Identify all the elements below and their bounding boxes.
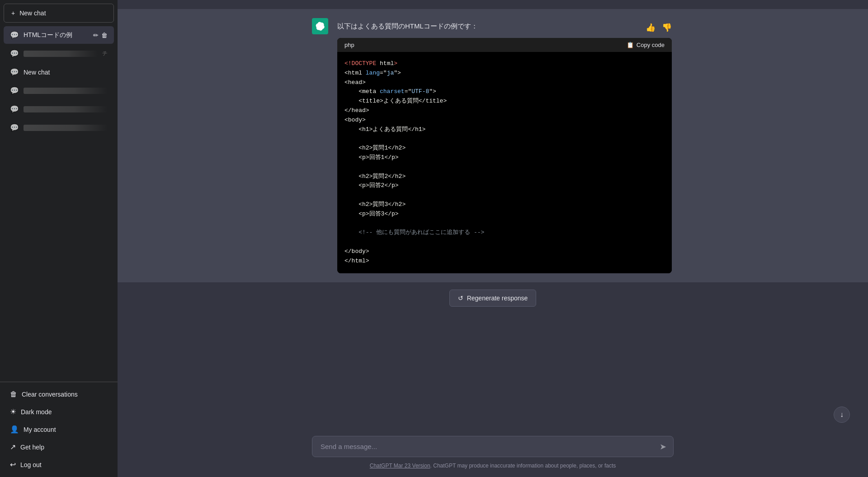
code-line: </head> (344, 106, 665, 116)
assistant-body: 以下はよくある質問のHTMLコードの例です： 👍 👎 php (337, 18, 674, 273)
code-line: <h2>質問3</h2> (344, 200, 665, 210)
code-line (344, 191, 665, 200)
chat-label: HTMLコードの例 (24, 31, 89, 39)
sidebar-item-new-chat[interactable]: 💬 New chat (4, 63, 114, 81)
code-line: <body> (344, 116, 665, 125)
sidebar-item-blurred-1[interactable]: 💬 チ (4, 45, 114, 62)
copy-code-button[interactable]: 📋 Copy code (627, 42, 665, 48)
code-line: </body> (344, 247, 665, 257)
chat-icon: 💬 (10, 68, 19, 76)
code-line: <!-- 他にも質問があればここに追加する --> (344, 228, 665, 238)
edit-icon[interactable]: ✏ (93, 32, 99, 39)
code-line: <h2>質問1</h2> (344, 144, 665, 153)
blurred-suffix: チ (102, 50, 108, 57)
chat-icon: 💬 (10, 105, 19, 113)
log-out-label: Log out (20, 461, 42, 468)
dark-mode-label: Dark mode (21, 408, 52, 416)
sidebar-top: + New chat 💬 HTMLコードの例 ✏ 🗑 💬 チ 💬 (0, 0, 118, 382)
sidebar-item-blurred-3[interactable]: 💬 (4, 100, 114, 118)
scroll-to-bottom-button[interactable]: ↓ (834, 407, 850, 423)
blurred-chat-label (24, 88, 108, 94)
chat-icon: 💬 (10, 123, 19, 132)
logout-icon: ↩ (10, 460, 16, 469)
chat-icon: 💬 (10, 31, 19, 39)
delete-icon[interactable]: 🗑 (101, 32, 108, 39)
regenerate-label: Regenerate response (467, 295, 528, 302)
thumbs-up-button[interactable]: 👍 (644, 21, 657, 34)
main-wrapper: 以下はよくある質問のHTMLコードの例です： 👍 👎 php (118, 0, 868, 477)
dark-mode-button[interactable]: ☀ Dark mode (4, 403, 114, 421)
blurred-chat-label (24, 51, 98, 57)
assistant-heading: 以下はよくある質問のHTMLコードの例です： (337, 18, 478, 32)
chat-list: 💬 HTMLコードの例 ✏ 🗑 💬 チ 💬 New chat 💬 (4, 26, 114, 136)
code-line: </html> (344, 257, 665, 266)
chevron-down-icon: ↓ (840, 411, 844, 419)
copy-icon: 📋 (627, 42, 634, 48)
sidebar-item-blurred-2[interactable]: 💬 (4, 82, 114, 99)
code-line: <p>回答3</p> (344, 210, 665, 219)
gpt-logo-icon (316, 22, 325, 31)
code-line: <html lang="ja"> (344, 69, 665, 78)
footer-suffix: . ChatGPT may produce inaccurate informa… (430, 463, 616, 469)
code-line (344, 134, 665, 144)
code-line: <head> (344, 78, 665, 88)
code-content: <!DOCTYPE html> <html lang="ja"> <head> … (337, 52, 672, 273)
new-chat-button[interactable]: + New chat (4, 4, 114, 23)
send-icon: ➤ (660, 442, 666, 451)
main-panel: 以下はよくある質問のHTMLコードの例です： 👍 👎 php (118, 0, 868, 477)
code-line (344, 238, 665, 247)
sidebar-item-html-code[interactable]: 💬 HTMLコードの例 ✏ 🗑 (4, 26, 114, 44)
chat-icon: 💬 (10, 49, 19, 58)
plus-icon: + (11, 9, 15, 17)
clear-conversations-button[interactable]: 🗑 Clear conversations (4, 386, 114, 403)
my-account-label: My account (24, 426, 56, 433)
version-link[interactable]: ChatGPT Mar 23 Version (370, 463, 430, 469)
code-line: <p>回答1</p> (344, 153, 665, 163)
code-block-header: php 📋 Copy code (337, 38, 672, 52)
code-block: php 📋 Copy code <!DOCTYPE html> <html la… (337, 38, 672, 273)
chat-label: New chat (24, 69, 108, 76)
code-line (344, 163, 665, 172)
regenerate-area: ↺ Regenerate response (118, 282, 868, 319)
regenerate-button[interactable]: ↺ Regenerate response (449, 290, 537, 307)
code-line: <title>よくある質問</title> (344, 97, 665, 106)
assistant-inner: 以下はよくある質問のHTMLコードの例です： 👍 👎 php (312, 18, 674, 273)
chat-area[interactable]: 以下はよくある質問のHTMLコードの例です： 👍 👎 php (118, 0, 868, 429)
message-input[interactable] (312, 436, 674, 457)
feedback-buttons: 👍 👎 (644, 18, 674, 34)
code-line: <h2>質問2</h2> (344, 172, 665, 182)
user-icon: 👤 (10, 425, 19, 434)
trash-icon: 🗑 (10, 390, 17, 398)
chat-action-icons: ✏ 🗑 (93, 32, 108, 39)
input-area: ➤ ChatGPT Mar 23 Version. ChatGPT may pr… (118, 429, 868, 477)
avatar (312, 18, 328, 34)
code-line: <h1>よくある質問</h1> (344, 125, 665, 135)
code-line: <p>回答2</p> (344, 181, 665, 191)
sidebar-item-blurred-4[interactable]: 💬 (4, 119, 114, 136)
send-button[interactable]: ➤ (658, 440, 668, 454)
assistant-message: 以下はよくある質問のHTMLコードの例です： 👍 👎 php (118, 9, 868, 282)
new-chat-label: New chat (19, 9, 46, 17)
code-line: <!DOCTYPE html> (344, 59, 665, 69)
log-out-button[interactable]: ↩ Log out (4, 456, 114, 473)
sun-icon: ☀ (10, 407, 16, 416)
clear-conversations-label: Clear conversations (22, 391, 78, 398)
thumbs-down-button[interactable]: 👎 (660, 21, 674, 34)
regenerate-icon: ↺ (458, 295, 463, 302)
footer-text: ChatGPT Mar 23 Version. ChatGPT may prod… (312, 459, 674, 472)
get-help-label: Get help (20, 444, 44, 451)
sidebar: + New chat 💬 HTMLコードの例 ✏ 🗑 💬 チ 💬 (0, 0, 118, 477)
code-language-label: php (344, 42, 354, 48)
sidebar-bottom: 🗑 Clear conversations ☀ Dark mode 👤 My a… (0, 382, 118, 477)
my-account-button[interactable]: 👤 My account (4, 421, 114, 438)
blurred-chat-label (24, 106, 108, 112)
assistant-top-bar: 以下はよくある質問のHTMLコードの例です： 👍 👎 (337, 18, 674, 34)
code-line (344, 219, 665, 229)
blurred-chat-label (24, 125, 108, 131)
chat-icon: 💬 (10, 86, 19, 95)
get-help-button[interactable]: ↗ Get help (4, 438, 114, 456)
input-wrapper: ➤ (312, 436, 674, 459)
code-line: <meta charset="UTF-8"> (344, 87, 665, 97)
copy-code-label: Copy code (637, 42, 665, 48)
external-link-icon: ↗ (10, 443, 16, 451)
